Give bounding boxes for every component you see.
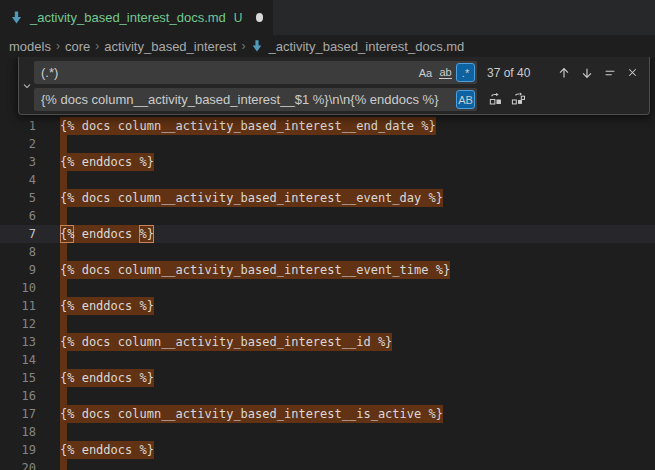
find-match: {% enddocs %}: [60, 369, 154, 387]
code-lines: 1{% docs column__activity_based_interest…: [0, 117, 655, 470]
line-text: [36, 459, 67, 470]
line-number[interactable]: 18: [0, 423, 36, 441]
previous-match-button[interactable]: [553, 62, 574, 83]
chevron-right-icon: ›: [95, 39, 99, 53]
line-number[interactable]: 3: [0, 153, 36, 171]
find-match: {% docs column__activity_based_interest_…: [60, 261, 450, 279]
line-text: [36, 423, 67, 441]
breadcrumb-item-models[interactable]: models: [9, 39, 51, 54]
code-line[interactable]: 12: [0, 315, 655, 333]
tab-active-file[interactable]: _activity_based_interest_docs.md U: [0, 0, 273, 35]
code-line[interactable]: 3{% enddocs %}: [0, 153, 655, 171]
line-number[interactable]: 13: [0, 333, 36, 351]
line-text: {% docs column__activity_based_interest_…: [36, 261, 450, 279]
code-line[interactable]: 4: [0, 171, 655, 189]
match-case-button[interactable]: Aa: [416, 63, 435, 82]
code-line[interactable]: 16: [0, 387, 655, 405]
code-line[interactable]: 10: [0, 279, 655, 297]
code-line[interactable]: 17{% docs column__activity_based_interes…: [0, 405, 655, 423]
line-text: [36, 315, 67, 333]
line-number[interactable]: 11: [0, 297, 36, 315]
find-match: {% docs column__activity_based_interest_…: [60, 405, 443, 423]
code-line[interactable]: 5{% docs column__activity_based_interest…: [0, 189, 655, 207]
code-line[interactable]: 1{% docs column__activity_based_interest…: [0, 117, 655, 135]
search-input[interactable]: (.*) Aa ab .*: [34, 61, 477, 84]
line-number[interactable]: 6: [0, 207, 36, 225]
toggle-replace-button[interactable]: [19, 57, 34, 114]
line-text: [36, 171, 67, 189]
code-line[interactable]: 9{% docs column__activity_based_interest…: [0, 261, 655, 279]
bracket-match: {%: [60, 225, 74, 243]
code-line[interactable]: 19{% enddocs %}: [0, 441, 655, 459]
whole-word-button[interactable]: ab: [436, 63, 455, 82]
line-text: [36, 387, 67, 405]
find-match: {% docs column__activity_based_interest_…: [60, 117, 436, 135]
code-line[interactable]: 2: [0, 135, 655, 153]
line-text: {% enddocs %}: [36, 369, 154, 387]
line-text: {% enddocs %}: [36, 441, 154, 459]
find-widget: (.*) Aa ab .* 37 of 40: [18, 57, 650, 115]
line-number[interactable]: 1: [0, 117, 36, 135]
line-number[interactable]: 19: [0, 441, 36, 459]
line-number[interactable]: 9: [0, 261, 36, 279]
line-number[interactable]: 7: [0, 225, 36, 243]
breadcrumb-file-label: _activity_based_interest_docs.md: [268, 39, 464, 54]
line-number[interactable]: 17: [0, 405, 36, 423]
replace-button[interactable]: [485, 89, 506, 110]
line-number[interactable]: 4: [0, 171, 36, 189]
find-match: {% docs column__activity_based_interest_…: [60, 333, 392, 351]
code-line[interactable]: 15{% enddocs %}: [0, 369, 655, 387]
code-line[interactable]: 18: [0, 423, 655, 441]
bracket-match: %}: [139, 225, 153, 243]
editor[interactable]: 1{% docs column__activity_based_interest…: [0, 57, 655, 470]
code-line[interactable]: 6: [0, 207, 655, 225]
regex-button[interactable]: .*: [456, 63, 475, 82]
next-match-button[interactable]: [576, 62, 597, 83]
breadcrumb-item-activity-based-interest[interactable]: activity_based_interest: [104, 39, 236, 54]
modified-dot-icon[interactable]: [256, 13, 263, 22]
line-number[interactable]: 2: [0, 135, 36, 153]
line-number[interactable]: 12: [0, 315, 36, 333]
line-number[interactable]: 20: [0, 459, 36, 470]
line-text: {% docs column__activity_based_interest_…: [36, 333, 392, 351]
replace-all-button[interactable]: [508, 89, 529, 110]
line-number[interactable]: 16: [0, 387, 36, 405]
line-text: {% enddocs %}: [36, 153, 154, 171]
line-text: {% docs column__activity_based_interest_…: [36, 405, 443, 423]
arrow-down-icon: [580, 66, 594, 80]
line-text: [36, 135, 67, 153]
line-number[interactable]: 5: [0, 189, 36, 207]
find-match: {% docs column__activity_based_interest_…: [60, 189, 443, 207]
close-find-button[interactable]: [622, 62, 643, 83]
line-text: {% enddocs %}: [36, 225, 154, 243]
replace-icon: [488, 92, 503, 107]
code-line[interactable]: 13{% docs column__activity_based_interes…: [0, 333, 655, 351]
line-number[interactable]: 8: [0, 243, 36, 261]
search-value: (.*): [41, 65, 415, 80]
breadcrumb-item-core[interactable]: core: [65, 39, 90, 54]
code-line[interactable]: 20: [0, 459, 655, 470]
line-number[interactable]: 15: [0, 369, 36, 387]
breadcrumb-item-file[interactable]: _activity_based_interest_docs.md: [250, 39, 464, 54]
line-text: [36, 351, 67, 369]
line-number[interactable]: 14: [0, 351, 36, 369]
replace-value: {% docs column__activity_based_interest_…: [41, 92, 455, 107]
markdown-file-icon: [9, 10, 24, 25]
tab-filename: _activity_based_interest_docs.md: [30, 10, 226, 25]
replace-input[interactable]: {% docs column__activity_based_interest_…: [34, 88, 477, 111]
code-line[interactable]: 14: [0, 351, 655, 369]
code-line[interactable]: 11{% enddocs %}: [0, 297, 655, 315]
preserve-case-button[interactable]: AB: [456, 90, 475, 109]
line-text: [36, 207, 67, 225]
code-line[interactable]: 7{% enddocs %}: [0, 225, 655, 243]
whole-word-label: ab: [439, 66, 451, 79]
selection-lines-icon: [603, 66, 617, 80]
line-number[interactable]: 10: [0, 279, 36, 297]
chevron-right-icon: ›: [241, 39, 245, 53]
breadcrumb: models › core › activity_based_interest …: [0, 35, 655, 57]
line-text: {% docs column__activity_based_interest_…: [36, 117, 436, 135]
code-line[interactable]: 8: [0, 243, 655, 261]
close-icon: [626, 66, 639, 79]
find-match: {% enddocs %}: [60, 153, 154, 171]
find-in-selection-button[interactable]: [599, 62, 620, 83]
